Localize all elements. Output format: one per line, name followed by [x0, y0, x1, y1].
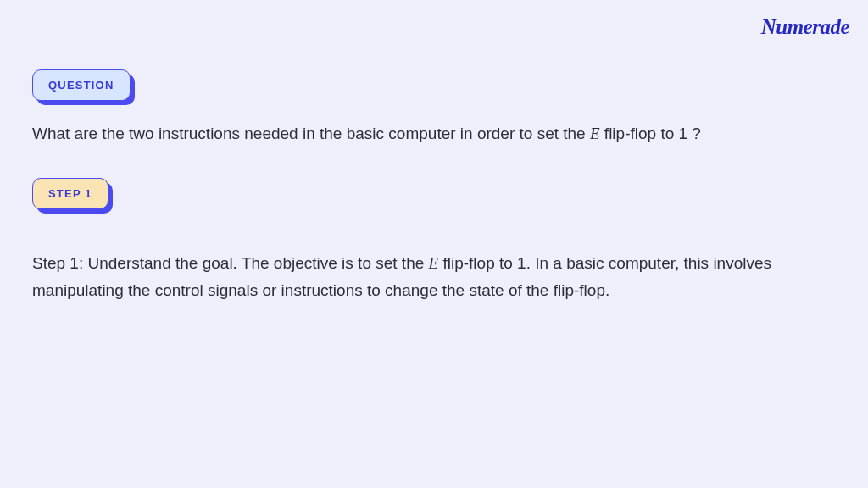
step1-text: Step 1: Understand the goal. The objecti…	[32, 250, 836, 303]
step1-pre: Step 1: Understand the goal. The objecti…	[32, 254, 429, 272]
step1-math-var: E	[429, 254, 439, 272]
main-content: QUESTION What are the two instructions n…	[0, 0, 868, 303]
step1-badge: STEP 1	[32, 178, 108, 209]
question-text: What are the two instructions needed in …	[32, 121, 836, 146]
question-pre: What are the two instructions needed in …	[32, 125, 590, 142]
question-math-var: E	[590, 125, 600, 142]
question-post: flip-flop to 1 ?	[600, 125, 701, 142]
step1-badge-wrapper: STEP 1	[32, 178, 108, 209]
question-badge: QUESTION	[32, 69, 131, 101]
brand-logo: Numerade	[761, 15, 849, 39]
question-badge-wrapper: QUESTION	[32, 69, 131, 101]
